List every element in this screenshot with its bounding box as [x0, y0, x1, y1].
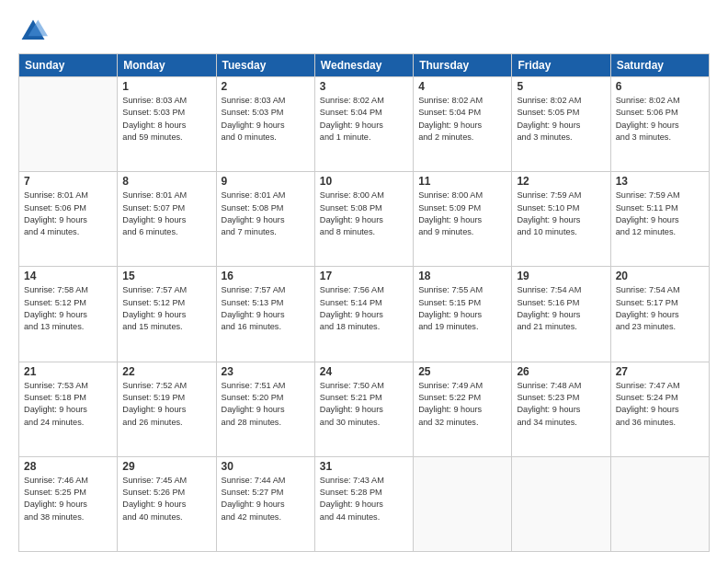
day-info: Sunrise: 7:49 AMSunset: 5:22 PMDaylight:…	[418, 380, 506, 429]
day-number: 25	[418, 365, 506, 378]
calendar-day-cell	[414, 456, 512, 551]
day-info: Sunrise: 7:53 AMSunset: 5:18 PMDaylight:…	[24, 380, 112, 429]
calendar-day-cell: 20Sunrise: 7:54 AMSunset: 5:17 PMDayligh…	[610, 267, 709, 362]
weekday-header-cell: Monday	[118, 54, 216, 77]
day-number: 21	[24, 365, 112, 378]
day-number: 31	[320, 460, 408, 473]
logo	[18, 17, 51, 46]
day-info: Sunrise: 7:56 AMSunset: 5:14 PMDaylight:…	[320, 284, 408, 333]
day-info: Sunrise: 7:52 AMSunset: 5:19 PMDaylight:…	[122, 380, 210, 429]
weekday-header-cell: Thursday	[414, 54, 512, 77]
logo-icon	[18, 17, 48, 46]
weekday-header-row: SundayMondayTuesdayWednesdayThursdayFrid…	[19, 54, 710, 77]
day-number: 22	[122, 365, 210, 378]
calendar-day-cell: 9Sunrise: 8:01 AMSunset: 5:08 PMDaylight…	[216, 172, 314, 267]
day-info: Sunrise: 8:02 AMSunset: 5:04 PMDaylight:…	[320, 95, 408, 144]
day-info: Sunrise: 7:59 AMSunset: 5:11 PMDaylight:…	[616, 190, 704, 238]
day-info: Sunrise: 8:02 AMSunset: 5:04 PMDaylight:…	[418, 95, 506, 144]
calendar-day-cell: 3Sunrise: 8:02 AMSunset: 5:04 PMDaylight…	[314, 77, 413, 172]
day-info: Sunrise: 7:59 AMSunset: 5:10 PMDaylight:…	[517, 190, 605, 238]
calendar-week-row: 21Sunrise: 7:53 AMSunset: 5:18 PMDayligh…	[19, 362, 710, 456]
calendar-day-cell: 8Sunrise: 8:01 AMSunset: 5:07 PMDaylight…	[118, 172, 216, 267]
day-info: Sunrise: 7:43 AMSunset: 5:28 PMDaylight:…	[320, 475, 408, 523]
day-info: Sunrise: 7:48 AMSunset: 5:23 PMDaylight:…	[517, 380, 605, 429]
calendar-day-cell: 31Sunrise: 7:43 AMSunset: 5:28 PMDayligh…	[314, 456, 413, 551]
weekday-header-cell: Friday	[512, 54, 610, 77]
day-info: Sunrise: 7:54 AMSunset: 5:17 PMDaylight:…	[616, 284, 704, 333]
header	[18, 17, 710, 46]
day-number: 29	[122, 460, 210, 473]
day-number: 3	[320, 80, 408, 93]
day-info: Sunrise: 7:51 AMSunset: 5:20 PMDaylight:…	[222, 380, 310, 429]
calendar-day-cell: 10Sunrise: 8:00 AMSunset: 5:08 PMDayligh…	[314, 172, 413, 267]
day-info: Sunrise: 7:45 AMSunset: 5:26 PMDaylight:…	[122, 475, 210, 523]
day-number: 9	[222, 175, 310, 188]
calendar-day-cell: 30Sunrise: 7:44 AMSunset: 5:27 PMDayligh…	[216, 456, 314, 551]
day-number: 7	[24, 175, 112, 188]
calendar-table: SundayMondayTuesdayWednesdayThursdayFrid…	[18, 53, 710, 552]
day-info: Sunrise: 8:01 AMSunset: 5:08 PMDaylight:…	[222, 190, 310, 238]
day-info: Sunrise: 8:01 AMSunset: 5:06 PMDaylight:…	[24, 190, 112, 238]
calendar-day-cell: 6Sunrise: 8:02 AMSunset: 5:06 PMDaylight…	[610, 77, 709, 172]
day-info: Sunrise: 7:58 AMSunset: 5:12 PMDaylight:…	[24, 284, 112, 333]
calendar-day-cell: 4Sunrise: 8:02 AMSunset: 5:04 PMDaylight…	[414, 77, 512, 172]
day-info: Sunrise: 7:54 AMSunset: 5:16 PMDaylight:…	[517, 284, 605, 333]
day-info: Sunrise: 8:02 AMSunset: 5:06 PMDaylight:…	[616, 95, 704, 144]
day-number: 16	[222, 270, 310, 282]
calendar-day-cell: 24Sunrise: 7:50 AMSunset: 5:21 PMDayligh…	[314, 362, 413, 456]
calendar-day-cell: 11Sunrise: 8:00 AMSunset: 5:09 PMDayligh…	[414, 172, 512, 267]
calendar-day-cell: 29Sunrise: 7:45 AMSunset: 5:26 PMDayligh…	[118, 456, 216, 551]
calendar-day-cell: 5Sunrise: 8:02 AMSunset: 5:05 PMDaylight…	[512, 77, 610, 172]
calendar-day-cell: 18Sunrise: 7:55 AMSunset: 5:15 PMDayligh…	[414, 267, 512, 362]
day-number: 24	[320, 365, 408, 378]
day-number: 4	[418, 80, 506, 93]
day-info: Sunrise: 8:00 AMSunset: 5:08 PMDaylight:…	[320, 190, 408, 238]
page: SundayMondayTuesdayWednesdayThursdayFrid…	[0, 0, 728, 563]
day-number: 2	[222, 80, 310, 93]
calendar-day-cell: 28Sunrise: 7:46 AMSunset: 5:25 PMDayligh…	[19, 456, 118, 551]
calendar-day-cell: 27Sunrise: 7:47 AMSunset: 5:24 PMDayligh…	[610, 362, 709, 456]
calendar-week-row: 28Sunrise: 7:46 AMSunset: 5:25 PMDayligh…	[19, 456, 710, 551]
day-info: Sunrise: 7:50 AMSunset: 5:21 PMDaylight:…	[320, 380, 408, 429]
calendar-day-cell: 14Sunrise: 7:58 AMSunset: 5:12 PMDayligh…	[19, 267, 118, 362]
day-number: 10	[320, 175, 408, 188]
day-info: Sunrise: 7:55 AMSunset: 5:15 PMDaylight:…	[418, 284, 506, 333]
day-number: 15	[122, 270, 210, 282]
calendar-day-cell: 15Sunrise: 7:57 AMSunset: 5:12 PMDayligh…	[118, 267, 216, 362]
calendar-week-row: 14Sunrise: 7:58 AMSunset: 5:12 PMDayligh…	[19, 267, 710, 362]
day-number: 5	[517, 80, 605, 93]
weekday-header-cell: Tuesday	[216, 54, 314, 77]
weekday-header-cell: Saturday	[610, 54, 709, 77]
weekday-header-cell: Wednesday	[314, 54, 413, 77]
day-number: 12	[517, 175, 605, 188]
day-number: 13	[616, 175, 704, 188]
calendar-day-cell: 12Sunrise: 7:59 AMSunset: 5:10 PMDayligh…	[512, 172, 610, 267]
calendar-week-row: 7Sunrise: 8:01 AMSunset: 5:06 PMDaylight…	[19, 172, 710, 267]
calendar-day-cell	[610, 456, 709, 551]
calendar-day-cell: 16Sunrise: 7:57 AMSunset: 5:13 PMDayligh…	[216, 267, 314, 362]
calendar-day-cell: 23Sunrise: 7:51 AMSunset: 5:20 PMDayligh…	[216, 362, 314, 456]
day-number: 23	[222, 365, 310, 378]
calendar-day-cell: 26Sunrise: 7:48 AMSunset: 5:23 PMDayligh…	[512, 362, 610, 456]
day-number: 27	[616, 365, 704, 378]
day-info: Sunrise: 8:01 AMSunset: 5:07 PMDaylight:…	[122, 190, 210, 238]
day-number: 6	[616, 80, 704, 93]
calendar-day-cell: 1Sunrise: 8:03 AMSunset: 5:03 PMDaylight…	[118, 77, 216, 172]
day-info: Sunrise: 8:03 AMSunset: 5:03 PMDaylight:…	[222, 95, 310, 144]
day-number: 19	[517, 270, 605, 282]
calendar-week-row: 1Sunrise: 8:03 AMSunset: 5:03 PMDaylight…	[19, 77, 710, 172]
day-number: 14	[24, 270, 112, 282]
calendar-day-cell: 2Sunrise: 8:03 AMSunset: 5:03 PMDaylight…	[216, 77, 314, 172]
calendar-body: 1Sunrise: 8:03 AMSunset: 5:03 PMDaylight…	[19, 77, 710, 552]
day-info: Sunrise: 8:00 AMSunset: 5:09 PMDaylight:…	[418, 190, 506, 238]
day-info: Sunrise: 7:44 AMSunset: 5:27 PMDaylight:…	[222, 475, 310, 523]
day-number: 11	[418, 175, 506, 188]
day-number: 26	[517, 365, 605, 378]
calendar-day-cell: 13Sunrise: 7:59 AMSunset: 5:11 PMDayligh…	[610, 172, 709, 267]
day-number: 20	[616, 270, 704, 282]
day-info: Sunrise: 7:47 AMSunset: 5:24 PMDaylight:…	[616, 380, 704, 429]
calendar-day-cell: 25Sunrise: 7:49 AMSunset: 5:22 PMDayligh…	[414, 362, 512, 456]
day-number: 1	[122, 80, 210, 93]
calendar-day-cell: 22Sunrise: 7:52 AMSunset: 5:19 PMDayligh…	[118, 362, 216, 456]
calendar-day-cell: 19Sunrise: 7:54 AMSunset: 5:16 PMDayligh…	[512, 267, 610, 362]
